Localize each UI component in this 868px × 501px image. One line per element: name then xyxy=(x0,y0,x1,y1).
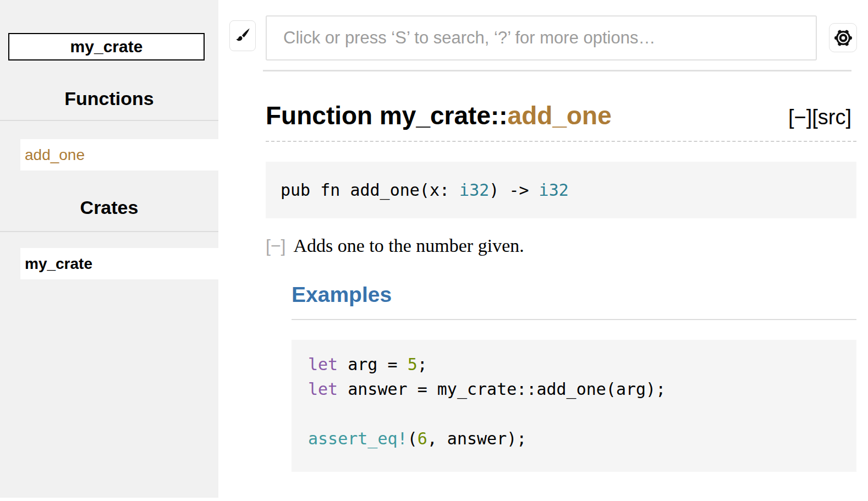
settings-button[interactable] xyxy=(829,23,857,52)
sidebar-crate-title[interactable]: my_crate xyxy=(8,33,205,60)
page-title: Function my_crate::add_one xyxy=(266,101,612,130)
src-link[interactable]: [src] xyxy=(812,106,851,129)
code-line xyxy=(308,401,856,426)
page-title-path: Function my_crate:: xyxy=(266,101,508,130)
doc-collapse-toggle[interactable]: [−] xyxy=(266,236,285,256)
sidebar-heading-crates: Crates xyxy=(0,197,218,218)
sidebar-heading-functions: Functions xyxy=(0,88,218,109)
gear-icon xyxy=(833,27,854,48)
paintbrush-icon xyxy=(233,25,252,46)
search-divider xyxy=(263,70,851,71)
examples-heading: Examples xyxy=(292,283,856,320)
sidebar-item-my-crate[interactable]: my_crate xyxy=(20,248,218,279)
title-dashed-divider xyxy=(266,141,856,142)
sidebar: my_crate Functions add_one Crates my_cra… xyxy=(0,0,218,498)
code-line: let arg = 5; xyxy=(308,352,856,377)
search-input[interactable] xyxy=(266,15,817,60)
out-of-band-links: [−][src] xyxy=(788,106,851,129)
page-title-fn-name: add_one xyxy=(508,101,612,130)
sidebar-divider xyxy=(0,120,218,121)
theme-picker-button[interactable] xyxy=(229,20,256,51)
example-code-block: let arg = 5;let answer = my_crate::add_o… xyxy=(292,340,856,472)
function-signature: pub fn add_one(x: i32) -> i32 xyxy=(266,162,856,218)
main-content: Function my_crate::add_one [−][src] pub … xyxy=(218,0,868,501)
doc-summary: Adds one to the number given. xyxy=(293,235,524,256)
sidebar-item-add-one[interactable]: add_one xyxy=(20,139,218,170)
code-line: assert_eq!(6, answer); xyxy=(308,426,856,451)
code-line: let answer = my_crate::add_one(arg); xyxy=(308,377,856,401)
sidebar-divider xyxy=(0,231,218,232)
collapse-all-toggle[interactable]: [−] xyxy=(788,106,812,129)
page-title-row: Function my_crate::add_one [−][src] xyxy=(266,101,851,130)
